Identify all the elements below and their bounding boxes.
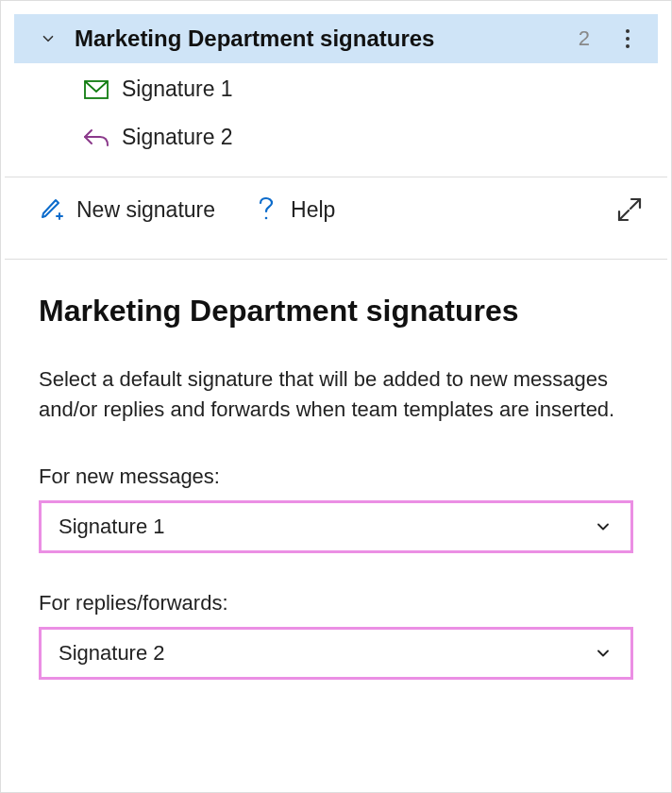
select-value: Signature 2 bbox=[59, 641, 165, 666]
select-value: Signature 1 bbox=[59, 515, 165, 539]
field-replies-forwards: For replies/forwards: Signature 2 bbox=[39, 591, 633, 680]
field-label-replies-forwards: For replies/forwards: bbox=[39, 591, 633, 616]
signature-item-label: Signature 1 bbox=[122, 76, 233, 102]
chevron-down-icon bbox=[593, 643, 613, 664]
new-signature-icon bbox=[39, 196, 65, 223]
reply-icon bbox=[82, 126, 110, 150]
expand-icon[interactable] bbox=[614, 194, 645, 225]
select-replies-forwards[interactable]: Signature 2 bbox=[39, 627, 633, 680]
svg-line-4 bbox=[630, 199, 640, 209]
chevron-down-icon[interactable] bbox=[37, 27, 59, 50]
new-signature-label: New signature bbox=[76, 197, 215, 223]
toolbar: New signature Help bbox=[1, 177, 671, 242]
mail-icon bbox=[82, 77, 110, 102]
signature-item-label: Signature 2 bbox=[122, 125, 233, 150]
page-description: Select a default signature that will be … bbox=[39, 364, 633, 425]
field-new-messages: For new messages: Signature 1 bbox=[39, 464, 633, 553]
group-count-badge: 2 bbox=[579, 26, 590, 51]
chevron-down-icon bbox=[593, 516, 613, 537]
new-signature-button[interactable]: New signature bbox=[39, 196, 215, 223]
page-title: Marketing Department signatures bbox=[39, 294, 633, 329]
more-options-icon[interactable] bbox=[616, 27, 639, 50]
field-label-new-messages: For new messages: bbox=[39, 464, 633, 489]
select-new-messages[interactable]: Signature 1 bbox=[39, 500, 633, 553]
help-label: Help bbox=[291, 197, 335, 223]
signature-list-item[interactable]: Signature 2 bbox=[14, 115, 658, 160]
help-icon bbox=[253, 196, 279, 223]
signature-group-header[interactable]: Marketing Department signatures 2 bbox=[14, 14, 658, 63]
signature-list-item[interactable]: Signature 1 bbox=[14, 67, 658, 111]
group-title: Marketing Department signatures bbox=[75, 25, 579, 52]
svg-line-5 bbox=[619, 211, 629, 220]
main-content: Marketing Department signatures Select a… bbox=[1, 260, 671, 736]
svg-point-3 bbox=[265, 217, 268, 220]
help-button[interactable]: Help bbox=[253, 196, 335, 223]
